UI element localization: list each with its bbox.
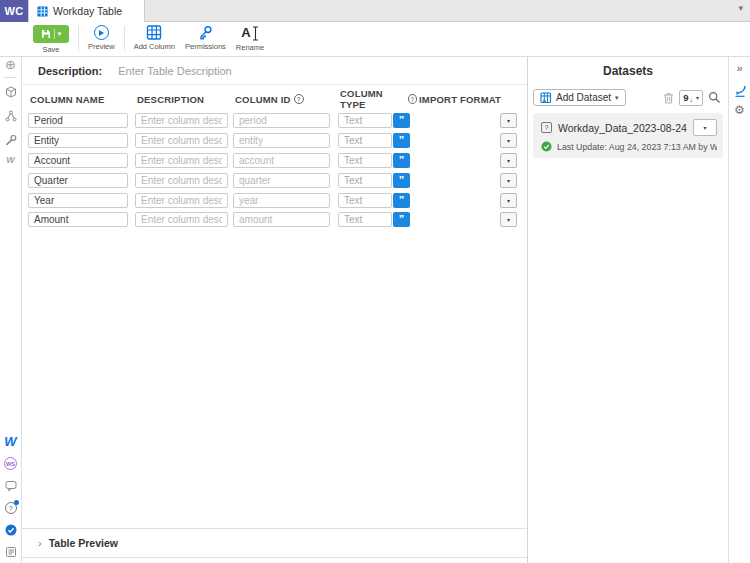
sort-dropdown[interactable]: 9 ↓ ▾ <box>679 90 703 106</box>
text-type-icon[interactable]: ” <box>393 193 410 208</box>
column-name-input[interactable] <box>28 133 128 148</box>
column-type-group: ” <box>338 173 410 188</box>
tab-bar: WC Workday Table ▾ <box>0 0 750 22</box>
delete-dataset-icon[interactable] <box>663 92 674 104</box>
text-type-icon[interactable]: ” <box>393 173 410 188</box>
import-format-dropdown[interactable]: ▾ <box>500 133 517 148</box>
column-type-input[interactable] <box>338 113 392 128</box>
gear-icon[interactable]: ⚙ <box>734 104 745 117</box>
chevron-down-icon: ▾ <box>696 94 699 101</box>
column-id-input[interactable] <box>233 212 330 227</box>
tab-workday-table[interactable]: Workday Table <box>28 0 145 22</box>
preview-label: Preview <box>88 42 115 51</box>
import-format-dropdown[interactable]: ▾ <box>500 212 517 227</box>
chevron-down-icon: ▾ <box>615 94 619 102</box>
help-icon[interactable]: ? <box>294 94 304 104</box>
text-type-icon[interactable]: ” <box>393 113 410 128</box>
table-description-input[interactable] <box>116 64 400 78</box>
column-name-input[interactable] <box>28 113 128 128</box>
import-format-cell: ▾ <box>418 113 527 128</box>
permissions-label: Permissions <box>185 42 226 51</box>
save-button-face[interactable]: ▾ <box>33 25 69 43</box>
datasets-controls: Add Dataset ▾ 9 ↓ ▾ <box>533 89 721 106</box>
column-type-input[interactable] <box>338 212 392 227</box>
column-description-input[interactable] <box>135 113 228 128</box>
chat-bubble-icon[interactable] <box>5 480 17 492</box>
dataset-card[interactable]: ? Workday_Data_2023-08-24T11:12:5... ▾ L… <box>533 113 723 158</box>
import-format-dropdown[interactable]: ▾ <box>500 113 517 128</box>
save-dropdown-icon[interactable]: ▾ <box>54 29 62 39</box>
column-id-input[interactable] <box>233 173 330 188</box>
app-logo: WC <box>0 0 28 22</box>
add-column-button[interactable]: Add Column <box>134 25 175 51</box>
import-data-icon[interactable] <box>733 84 747 98</box>
column-id-input[interactable] <box>233 153 330 168</box>
wrench-icon[interactable] <box>5 134 17 146</box>
column-name-input[interactable] <box>28 153 128 168</box>
add-column-grid-icon <box>146 25 162 40</box>
header-description: DESCRIPTION <box>135 94 233 105</box>
save-button[interactable]: ▾ Save <box>33 25 69 54</box>
table-row: ” ▾ <box>28 111 527 131</box>
table-row: ” ▾ <box>28 170 527 190</box>
table-description-row: Description: <box>22 57 527 85</box>
table-preview-section[interactable]: › Table Preview <box>22 528 527 558</box>
column-id-input[interactable] <box>233 133 330 148</box>
table-row: ” ▾ <box>28 190 527 210</box>
table-editor-panel: Description: COLUMN NAME DESCRIPTION COL… <box>22 57 528 563</box>
import-format-dropdown[interactable]: ▾ <box>500 173 517 188</box>
script-w-icon[interactable]: w <box>7 154 15 165</box>
hierarchy-icon[interactable] <box>5 110 17 122</box>
column-type-input[interactable] <box>338 193 392 208</box>
help-icon[interactable]: ? <box>5 502 17 514</box>
column-id-input[interactable] <box>233 113 330 128</box>
collapse-panel-icon[interactable]: » <box>736 62 742 75</box>
column-description-input[interactable] <box>135 153 228 168</box>
header-column-id: COLUMN ID ? <box>233 94 338 105</box>
rename-button[interactable]: A Rename <box>236 25 264 52</box>
header-column-name: COLUMN NAME <box>28 94 135 105</box>
import-format-dropdown[interactable]: ▾ <box>500 153 517 168</box>
column-type-group: ” <box>338 212 410 227</box>
search-icon[interactable] <box>708 91 721 104</box>
column-description-input[interactable] <box>135 173 228 188</box>
column-type-input[interactable] <box>338 133 392 148</box>
column-type-group: ” <box>338 193 410 208</box>
text-type-icon[interactable]: ” <box>393 153 410 168</box>
column-name-input[interactable] <box>28 212 128 227</box>
verified-badge-icon[interactable] <box>5 524 17 536</box>
column-description-input[interactable] <box>135 193 228 208</box>
column-headers: COLUMN NAME DESCRIPTION COLUMN ID ? COLU… <box>22 87 527 111</box>
column-name-input[interactable] <box>28 193 128 208</box>
sort-value: 9 <box>683 92 688 103</box>
table-row: ” ▾ <box>28 151 527 171</box>
add-dataset-button[interactable]: Add Dataset ▾ <box>533 89 626 106</box>
import-format-dropdown[interactable]: ▾ <box>500 193 517 208</box>
workday-logo-icon[interactable]: W <box>4 435 16 448</box>
dataset-actions-dropdown[interactable]: ▾ <box>693 119 717 136</box>
add-circle-icon[interactable]: ⊕ <box>5 58 16 72</box>
datasets-title: Datasets <box>528 64 728 78</box>
column-description-input[interactable] <box>135 133 228 148</box>
dataset-status-row: Last Update: Aug 24, 2023 7:13 AM by Way… <box>541 141 717 152</box>
column-description-input[interactable] <box>135 212 228 227</box>
notification-dot <box>14 500 19 505</box>
help-icon[interactable]: ? <box>408 94 417 104</box>
import-format-cell: ▾ <box>418 193 527 208</box>
text-type-icon[interactable]: ” <box>393 212 410 227</box>
user-avatar[interactable]: WS <box>4 457 17 470</box>
column-name-input[interactable] <box>28 173 128 188</box>
description-label: Description: <box>38 65 102 77</box>
preview-button[interactable]: Preview <box>88 25 115 51</box>
package-icon[interactable] <box>5 86 17 98</box>
column-id-input[interactable] <box>233 193 330 208</box>
tab-list-dropdown-icon[interactable]: ▾ <box>738 3 743 13</box>
column-type-input[interactable] <box>338 153 392 168</box>
permissions-button[interactable]: Permissions <box>185 25 226 51</box>
dataset-name: Workday_Data_2023-08-24T11:12:5... <box>558 122 687 134</box>
import-format-cell: ▾ <box>418 173 527 188</box>
news-icon[interactable] <box>5 546 17 558</box>
toolbar: ▾ Save Preview Add Column Permissions A … <box>0 22 750 57</box>
column-type-input[interactable] <box>338 173 392 188</box>
text-type-icon[interactable]: ” <box>393 133 410 148</box>
